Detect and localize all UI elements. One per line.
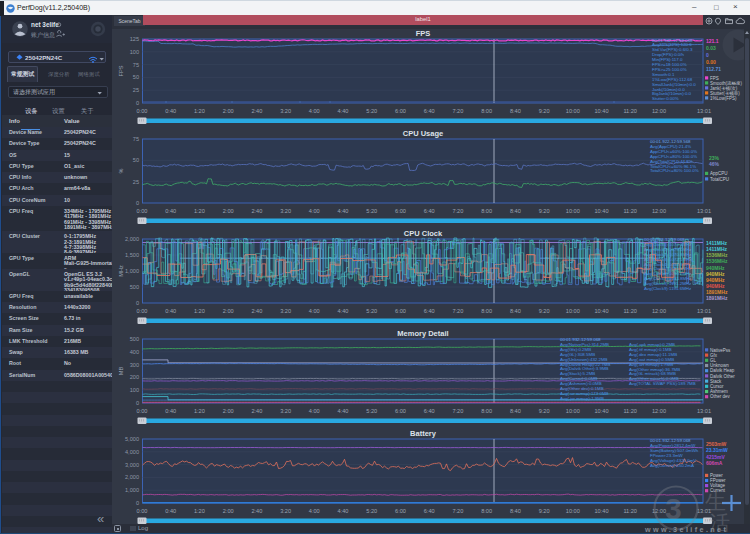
svg-text:10:40: 10:40 bbox=[595, 508, 609, 514]
svg-text:6:40: 6:40 bbox=[424, 308, 435, 314]
svg-text:2503mW: 2503mW bbox=[706, 441, 727, 447]
svg-text:4:00: 4:00 bbox=[309, 108, 320, 114]
svg-text:FPS: FPS bbox=[118, 65, 124, 76]
svg-text:7:20: 7:20 bbox=[452, 408, 463, 414]
svg-text:MHz: MHz bbox=[118, 265, 124, 277]
svg-text:9:20: 9:20 bbox=[539, 308, 550, 314]
svg-text:10:40: 10:40 bbox=[595, 408, 609, 414]
svg-text:Stutter:0.00%: Stutter:0.00% bbox=[652, 96, 679, 101]
svg-text:606mA: 606mA bbox=[706, 460, 723, 466]
svg-text:2:40: 2:40 bbox=[251, 408, 262, 414]
svg-text:1%Low(FPS): 1%Low(FPS) bbox=[710, 96, 737, 101]
svg-text:6:00: 6:00 bbox=[395, 408, 406, 414]
svg-text:9:20: 9:20 bbox=[539, 108, 550, 114]
svg-text:9:20: 9:20 bbox=[539, 208, 550, 214]
svg-text:3:20: 3:20 bbox=[280, 108, 291, 114]
svg-text:5:20: 5:20 bbox=[366, 308, 377, 314]
svg-text:0: 0 bbox=[136, 300, 139, 306]
svg-text:1891MHz: 1891MHz bbox=[706, 289, 728, 295]
svg-text:8:40: 8:40 bbox=[510, 508, 521, 514]
svg-text:23.31mW: 23.31mW bbox=[706, 447, 728, 453]
svg-text:MB: MB bbox=[118, 367, 124, 376]
svg-text:125: 125 bbox=[130, 36, 139, 42]
svg-text:3:20: 3:20 bbox=[280, 208, 291, 214]
svg-text:0: 0 bbox=[136, 100, 139, 106]
svg-text:25: 25 bbox=[133, 179, 139, 185]
svg-text:2:00: 2:00 bbox=[223, 108, 234, 114]
svg-text:1:20: 1:20 bbox=[194, 408, 205, 414]
svg-text:10:00: 10:00 bbox=[566, 408, 580, 414]
svg-text:2:40: 2:40 bbox=[251, 108, 262, 114]
svg-text:400: 400 bbox=[130, 349, 139, 355]
svg-text:10:40: 10:40 bbox=[595, 208, 609, 214]
svg-text:3:20: 3:20 bbox=[280, 308, 291, 314]
svg-text:Avg(Clock9):1194.6MHz: Avg(Clock9):1194.6MHz bbox=[644, 286, 691, 291]
svg-text:13:01: 13:01 bbox=[697, 108, 711, 114]
svg-text:1891MHz: 1891MHz bbox=[706, 295, 728, 301]
svg-text:2:00: 2:00 bbox=[223, 208, 234, 214]
svg-text:13:01: 13:01 bbox=[697, 408, 711, 414]
svg-text:8:00: 8:00 bbox=[481, 208, 492, 214]
svg-text:8:40: 8:40 bbox=[510, 108, 521, 114]
svg-text:12:00: 12:00 bbox=[652, 408, 666, 414]
svg-text:6:40: 6:40 bbox=[424, 508, 435, 514]
svg-text:100: 100 bbox=[130, 387, 139, 393]
svg-text:7:20: 7:20 bbox=[452, 308, 463, 314]
svg-text:50: 50 bbox=[133, 157, 139, 163]
svg-text:3: 3 bbox=[665, 492, 682, 525]
svg-text:112.71: 112.71 bbox=[706, 66, 721, 72]
svg-text:0:00: 0:00 bbox=[137, 208, 148, 214]
svg-text:0:00: 0:00 bbox=[137, 508, 148, 514]
svg-text:1,500: 1,500 bbox=[125, 252, 139, 258]
svg-text:Other dev: Other dev bbox=[710, 394, 731, 399]
svg-text:25: 25 bbox=[133, 87, 139, 93]
svg-text:1,000: 1,000 bbox=[125, 487, 139, 493]
svg-text:2,000: 2,000 bbox=[125, 236, 139, 242]
svg-text:13:01: 13:01 bbox=[697, 208, 711, 214]
svg-text:11:20: 11:20 bbox=[623, 108, 637, 114]
svg-text:5:20: 5:20 bbox=[366, 108, 377, 114]
svg-text:0:00: 0:00 bbox=[137, 108, 148, 114]
svg-text:0:40: 0:40 bbox=[165, 108, 176, 114]
svg-text:4:00: 4:00 bbox=[309, 508, 320, 514]
svg-text:5:20: 5:20 bbox=[366, 208, 377, 214]
svg-text:940MHz: 940MHz bbox=[706, 283, 725, 289]
svg-text:2:40: 2:40 bbox=[251, 208, 262, 214]
svg-text:Memory Detail: Memory Detail bbox=[397, 329, 448, 338]
svg-text:4:00: 4:00 bbox=[309, 308, 320, 314]
svg-text:Avg(TOTAL SWAP PSS):189.7MB: Avg(TOTAL SWAP PSS):189.7MB bbox=[629, 381, 696, 386]
svg-text:121.1: 121.1 bbox=[706, 38, 719, 44]
svg-text:3:20: 3:20 bbox=[280, 408, 291, 414]
svg-text:4:40: 4:40 bbox=[338, 208, 349, 214]
svg-text:生: 生 bbox=[705, 490, 726, 513]
svg-text:FPS: FPS bbox=[416, 29, 431, 38]
svg-text:12:00: 12:00 bbox=[652, 208, 666, 214]
svg-text:0:00: 0:00 bbox=[137, 408, 148, 414]
svg-text:940MHz: 940MHz bbox=[706, 271, 725, 277]
svg-text:75: 75 bbox=[133, 62, 139, 68]
svg-text:0:40: 0:40 bbox=[165, 308, 176, 314]
svg-text:9:20: 9:20 bbox=[539, 508, 550, 514]
svg-text:200: 200 bbox=[130, 374, 139, 380]
svg-text:23%: 23% bbox=[709, 155, 720, 161]
svg-text:6:00: 6:00 bbox=[395, 308, 406, 314]
svg-text:AppCPU: AppCPU bbox=[710, 171, 728, 176]
svg-text:0: 0 bbox=[136, 500, 139, 506]
svg-text:11:20: 11:20 bbox=[623, 408, 637, 414]
svg-text:300: 300 bbox=[130, 362, 139, 368]
svg-text:2:00: 2:00 bbox=[223, 408, 234, 414]
svg-text:9:20: 9:20 bbox=[539, 408, 550, 414]
svg-text:1:20: 1:20 bbox=[194, 508, 205, 514]
svg-text:CPU Clock: CPU Clock bbox=[404, 229, 443, 238]
svg-text:6:40: 6:40 bbox=[424, 408, 435, 414]
svg-text:Avg(.jar mmap):1.9MB: Avg(.jar mmap):1.9MB bbox=[560, 396, 604, 401]
svg-text:1:20: 1:20 bbox=[194, 308, 205, 314]
svg-text:0: 0 bbox=[136, 400, 139, 406]
svg-text:2:40: 2:40 bbox=[251, 308, 262, 314]
svg-text:46%: 46% bbox=[709, 161, 720, 167]
svg-text:4215mV: 4215mV bbox=[706, 454, 726, 460]
svg-text:10:00: 10:00 bbox=[566, 308, 580, 314]
svg-text:4:40: 4:40 bbox=[338, 508, 349, 514]
svg-text:5,000: 5,000 bbox=[125, 436, 139, 442]
svg-text:CPU Usage: CPU Usage bbox=[403, 129, 443, 138]
